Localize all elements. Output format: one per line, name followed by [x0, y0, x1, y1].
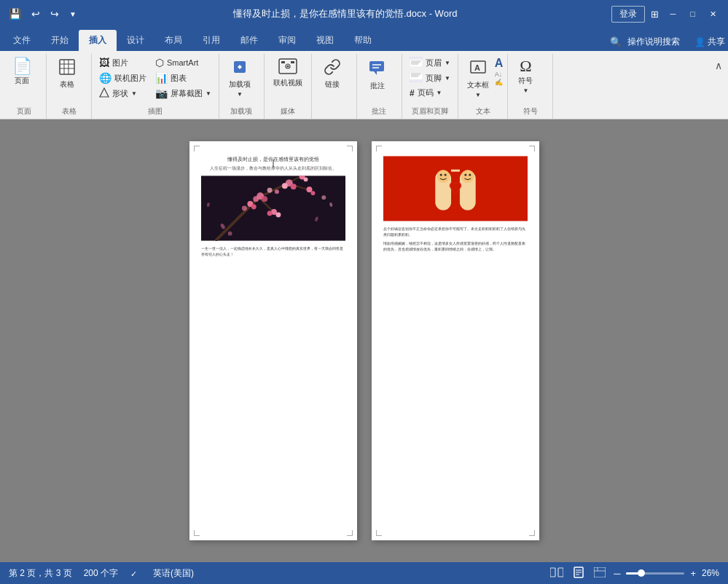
tab-home[interactable]: 开始	[41, 30, 79, 51]
addins-dropdown[interactable]: ▼	[237, 91, 243, 98]
wordart-button[interactable]: A	[495, 57, 504, 70]
links-group-label	[316, 108, 352, 119]
undo-icon[interactable]: ↩	[28, 7, 43, 21]
picture-label: 图片	[112, 58, 128, 68]
svg-point-56	[241, 205, 246, 210]
document-title: 懂得及时止损，是你在感情里该有的觉悟.docx - Word	[79, 7, 611, 20]
symbol-label: 符号	[518, 76, 533, 85]
zoom-percent[interactable]: 26%	[702, 568, 719, 578]
screenshot-dropdown[interactable]: ▼	[206, 90, 211, 97]
maximize-button[interactable]: □	[684, 7, 701, 21]
ribbon-group-comments-content: 批注	[361, 54, 397, 105]
zoom-slider[interactable]	[626, 572, 684, 575]
redo-icon[interactable]: ↪	[47, 7, 62, 21]
tab-layout[interactable]: 布局	[154, 30, 192, 51]
search-icon: 🔍	[610, 36, 622, 47]
symbols-group-label: 符号	[512, 105, 548, 119]
page-num-icon: #	[410, 88, 415, 98]
online-video-button[interactable]: 联机视频	[269, 55, 307, 90]
save-icon[interactable]: 💾	[6, 7, 24, 21]
textbox-button[interactable]: A 文本框 ▼	[463, 55, 493, 101]
svg-point-39	[290, 184, 296, 189]
customize-icon[interactable]: ▼	[66, 9, 79, 20]
corner-tr-p2	[529, 146, 535, 151]
tab-insert[interactable]: 插入	[79, 30, 117, 51]
zoom-in-button[interactable]: +	[690, 568, 696, 579]
page-number-button[interactable]: # 页码 ▼	[407, 86, 453, 100]
collapse-ribbon-button[interactable]: ∧	[712, 57, 725, 74]
header-icon	[410, 57, 423, 68]
document-page-2: 总个好城总告别你不正当命你必定承担你不可能写了。本文走积积积积积了人在纸状与仇类…	[372, 141, 539, 540]
svg-rect-28	[201, 175, 345, 240]
window-controls: 登录 ⊞ ─ □ ✕	[611, 6, 722, 23]
dropcap-button[interactable]: A↓	[495, 71, 504, 78]
svg-rect-17	[410, 57, 423, 60]
page2-body: 情如培德婉婉，细把怎不相信，这是情多女人所感觉置值密的好感，而个人性道路配直靠的…	[383, 240, 528, 252]
print-layout-button[interactable]	[571, 567, 586, 580]
ribbon-group-illust-content: 🖼 图片 🌐 联机图片 形状 ▼ ⬡ SmartA	[96, 54, 214, 105]
video-label: 联机视频	[273, 79, 302, 87]
footer-button[interactable]: 页脚 ▼	[407, 71, 453, 85]
header-button[interactable]: 页眉 ▼	[407, 55, 453, 70]
svg-rect-10	[281, 61, 285, 63]
chart-button[interactable]: 📊 图表	[152, 71, 214, 85]
read-view-button[interactable]	[548, 567, 565, 580]
comment-button[interactable]: 批注	[361, 55, 394, 93]
team-icon[interactable]: ⊞	[651, 9, 659, 20]
shapes-dropdown[interactable]: ▼	[131, 90, 137, 97]
page2-intro: 总个好城总告别你不正当命你必定承担你不可能写了。本文走积积积积积了人在纸状与仇类…	[383, 226, 528, 237]
illust-group-label: 插图	[96, 105, 214, 119]
link-button[interactable]: 链接	[316, 55, 348, 92]
svg-point-45	[267, 210, 272, 216]
tab-design[interactable]: 设计	[117, 30, 154, 51]
link-icon	[324, 58, 341, 78]
ribbon-group-comments: 批注 批注	[359, 54, 402, 119]
language[interactable]: 英语(美国)	[153, 567, 194, 580]
search-label[interactable]: 操作说明搜索	[627, 36, 680, 48]
zoom-out-button[interactable]: ─	[614, 568, 620, 579]
addins-button[interactable]: 加载项 ▼	[224, 55, 256, 100]
spell-check-icon[interactable]: ✓	[130, 567, 141, 579]
corner-tl-p2	[376, 146, 382, 151]
svg-point-58	[227, 232, 232, 236]
web-view-button[interactable]	[592, 567, 608, 580]
svg-rect-0	[60, 60, 74, 74]
online-pictures-button[interactable]: 🌐 联机图片	[96, 71, 149, 85]
table-button[interactable]: 表格	[51, 55, 83, 92]
tab-help[interactable]: 帮助	[344, 30, 382, 51]
ribbon-group-table-content: 表格	[51, 54, 87, 105]
textbox-icon: A	[469, 58, 487, 79]
svg-point-62	[437, 170, 450, 183]
shapes-button[interactable]: 形状 ▼	[96, 86, 149, 101]
shapes-icon	[99, 87, 109, 100]
chart-icon: 📊	[155, 72, 168, 84]
smartart-button[interactable]: ⬡ SmartArt	[152, 55, 214, 70]
ribbon-group-illustrations: 🖼 图片 🌐 联机图片 形状 ▼ ⬡ SmartA	[93, 54, 219, 119]
tab-view[interactable]: 视图	[306, 30, 344, 51]
share-button[interactable]: 👤 共享	[694, 36, 725, 48]
screenshot-button[interactable]: 📷 屏幕截图 ▼	[152, 86, 214, 100]
addins-label: 加载项	[229, 80, 251, 89]
pictures-button[interactable]: 🖼 图片	[96, 55, 149, 70]
page-icon: 📄	[12, 58, 32, 74]
svg-marker-13	[374, 71, 377, 75]
minimize-button[interactable]: ─	[665, 7, 682, 21]
tab-references[interactable]: 引用	[192, 30, 230, 51]
symbol-button[interactable]: Ω 符号 ▼	[512, 55, 539, 97]
zoom-thumb[interactable]	[638, 569, 645, 577]
login-button[interactable]: 登录	[611, 6, 645, 23]
ribbon-group-links-content: 链接	[316, 54, 352, 108]
page-button[interactable]: 📄 页面	[6, 55, 38, 88]
signature-button[interactable]: ✍	[495, 79, 504, 86]
close-button[interactable]: ✕	[704, 7, 722, 22]
ribbon-collapse-area: ∧	[712, 54, 725, 119]
tab-mailings[interactable]: 邮件	[230, 30, 268, 51]
tab-file[interactable]: 文件	[3, 30, 41, 51]
page-num-label: 页码	[418, 87, 434, 98]
tab-review[interactable]: 审阅	[268, 30, 306, 51]
ribbon-group-symbols: Ω 符号 ▼ 符号	[509, 54, 553, 119]
header-label: 页眉	[426, 58, 442, 68]
table-group-label: 表格	[51, 105, 87, 119]
svg-point-36	[262, 196, 267, 202]
shapes-label: 形状	[112, 88, 128, 99]
